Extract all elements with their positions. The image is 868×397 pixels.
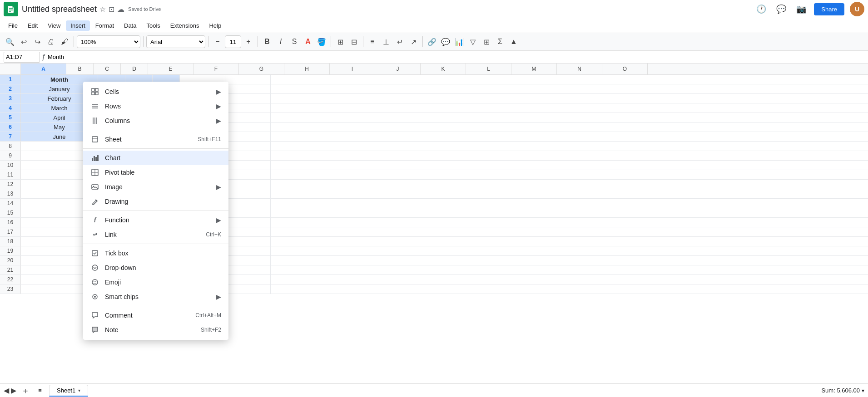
col-header-L[interactable]: L xyxy=(466,64,511,74)
menu-edit[interactable]: Edit xyxy=(23,20,42,31)
row-header-3[interactable]: 3 xyxy=(0,94,21,103)
row-header-13[interactable]: 13 xyxy=(0,189,21,198)
sum-dropdown-icon[interactable]: ▾ xyxy=(862,387,864,394)
history-icon[interactable]: 🕐 xyxy=(754,2,769,16)
format-table-icon[interactable]: ⊞ xyxy=(480,35,493,48)
col-header-G[interactable]: G xyxy=(239,64,284,74)
redo-icon[interactable]: ↪ xyxy=(31,35,44,48)
doc-title[interactable]: Untitled spreadsheet xyxy=(22,5,97,14)
row-header-21[interactable]: 21 xyxy=(0,265,21,274)
valign-icon[interactable]: ⊥ xyxy=(380,35,392,48)
comment2-icon[interactable]: 💬 xyxy=(439,35,452,48)
font-size-input[interactable] xyxy=(225,35,241,48)
filter-icon[interactable]: ▽ xyxy=(466,35,479,48)
share-button[interactable]: Share xyxy=(814,3,844,15)
font-selector[interactable]: Arial xyxy=(146,35,205,48)
hide-toolbar-icon[interactable]: ▲ xyxy=(507,35,520,48)
menu-view[interactable]: View xyxy=(43,20,65,31)
strikethrough-icon[interactable]: S xyxy=(288,35,301,48)
menu-item-sheet[interactable]: Sheet Shift+F11 xyxy=(83,132,228,147)
menu-item-columns[interactable]: Columns ▶ xyxy=(83,113,228,128)
menu-item-cells[interactable]: Cells ▶ xyxy=(83,84,228,99)
col-header-H[interactable]: H xyxy=(284,64,330,74)
scroll-right-icon[interactable]: ▶ xyxy=(11,386,16,395)
border-icon[interactable]: ⊞ xyxy=(334,35,347,48)
col-header-E[interactable]: E xyxy=(148,64,193,74)
row-header-1[interactable]: 1 xyxy=(0,75,21,84)
bold-icon[interactable]: B xyxy=(261,35,273,48)
insert-chart-icon[interactable]: 📊 xyxy=(453,35,466,48)
row-header-16[interactable]: 16 xyxy=(0,218,21,227)
menu-item-image[interactable]: Image ▶ xyxy=(83,180,228,194)
row-header-15[interactable]: 15 xyxy=(0,208,21,217)
menu-item-note[interactable]: Note Shift+F2 xyxy=(83,323,228,337)
add-sheet-button[interactable]: ＋ xyxy=(20,385,31,396)
menu-item-chart[interactable]: Chart xyxy=(83,151,228,165)
row-header-8[interactable]: 8 xyxy=(0,142,21,151)
menu-tools[interactable]: Tools xyxy=(142,20,164,31)
formula-input[interactable] xyxy=(48,52,864,63)
row-header-4[interactable]: 4 xyxy=(0,103,21,113)
col-header-K[interactable]: K xyxy=(421,64,466,74)
formula-icon[interactable]: Σ xyxy=(494,35,506,48)
row-header-10[interactable]: 10 xyxy=(0,161,21,170)
cell-F3[interactable] xyxy=(225,94,271,103)
sheets-menu-button[interactable]: ≡ xyxy=(35,385,45,396)
row-header-11[interactable]: 11 xyxy=(0,170,21,179)
merge-icon[interactable]: ⊟ xyxy=(347,35,360,48)
zoom-selector[interactable]: 100% xyxy=(77,35,140,48)
paint-format-icon[interactable]: 🖌 xyxy=(58,35,71,48)
col-header-I[interactable]: I xyxy=(330,64,375,74)
row-header-12[interactable]: 12 xyxy=(0,180,21,189)
search-icon[interactable]: 🔍 xyxy=(4,35,16,48)
cell-F7[interactable] xyxy=(225,132,271,141)
link-icon[interactable]: 🔗 xyxy=(426,35,438,48)
col-header-J[interactable]: J xyxy=(375,64,421,74)
sheet-tab-arrow-icon[interactable]: ▾ xyxy=(78,388,80,393)
menu-item-emoji[interactable]: Emoji xyxy=(83,275,228,289)
star-icon[interactable]: ☆ xyxy=(99,5,106,14)
font-size-decrease-icon[interactable]: − xyxy=(211,35,224,48)
row-header-6[interactable]: 6 xyxy=(0,123,21,132)
col-header-M[interactable]: M xyxy=(511,64,557,74)
menu-format[interactable]: Format xyxy=(91,20,119,31)
row-header-9[interactable]: 9 xyxy=(0,151,21,160)
menu-item-drawing[interactable]: Drawing xyxy=(83,194,228,209)
row-header-17[interactable]: 17 xyxy=(0,227,21,236)
cell-F1[interactable] xyxy=(225,75,271,84)
menu-item-comment[interactable]: Comment Ctrl+Alt+M xyxy=(83,308,228,323)
row-header-23[interactable]: 23 xyxy=(0,284,21,294)
comment-icon[interactable]: 💬 xyxy=(774,2,789,16)
col-header-N[interactable]: N xyxy=(557,64,602,74)
menu-item-rows[interactable]: Rows ▶ xyxy=(83,99,228,113)
videocam-icon[interactable]: 📷 xyxy=(794,2,808,16)
row-header-22[interactable]: 22 xyxy=(0,275,21,284)
cell-F4[interactable] xyxy=(225,103,271,113)
avatar[interactable]: U xyxy=(850,2,864,16)
undo-icon[interactable]: ↩ xyxy=(17,35,30,48)
menu-item-smart-chips[interactable]: Smart chips ▶ xyxy=(83,289,228,304)
drive-icon[interactable]: ⊡ xyxy=(109,5,114,14)
col-header-A[interactable]: A xyxy=(21,64,66,74)
font-size-increase-icon[interactable]: + xyxy=(242,35,255,48)
menu-help[interactable]: Help xyxy=(204,20,226,31)
col-header-F[interactable]: F xyxy=(193,64,239,74)
row-header-5[interactable]: 5 xyxy=(0,113,21,122)
menu-file[interactable]: File xyxy=(4,20,22,31)
col-header-D[interactable]: D xyxy=(121,64,148,74)
italic-icon[interactable]: I xyxy=(274,35,287,48)
menu-insert[interactable]: Insert xyxy=(66,20,90,31)
col-header-O[interactable]: O xyxy=(602,64,648,74)
cell-F5[interactable] xyxy=(225,113,271,122)
fill-color-icon[interactable]: 🪣 xyxy=(315,35,328,48)
col-header-C[interactable]: C xyxy=(94,64,121,74)
text-color-icon[interactable]: A xyxy=(302,35,314,48)
scroll-left-icon[interactable]: ◀ xyxy=(4,386,9,395)
row-header-14[interactable]: 14 xyxy=(0,199,21,208)
wrap-icon[interactable]: ↵ xyxy=(393,35,406,48)
cell-ref-display[interactable]: A1:D7 xyxy=(4,52,40,63)
menu-item-link[interactable]: Link Ctrl+K xyxy=(83,227,228,242)
row-header-20[interactable]: 20 xyxy=(0,256,21,265)
row-header-7[interactable]: 7 xyxy=(0,132,21,141)
menu-item-pivot-table[interactable]: Pivot table xyxy=(83,165,228,180)
